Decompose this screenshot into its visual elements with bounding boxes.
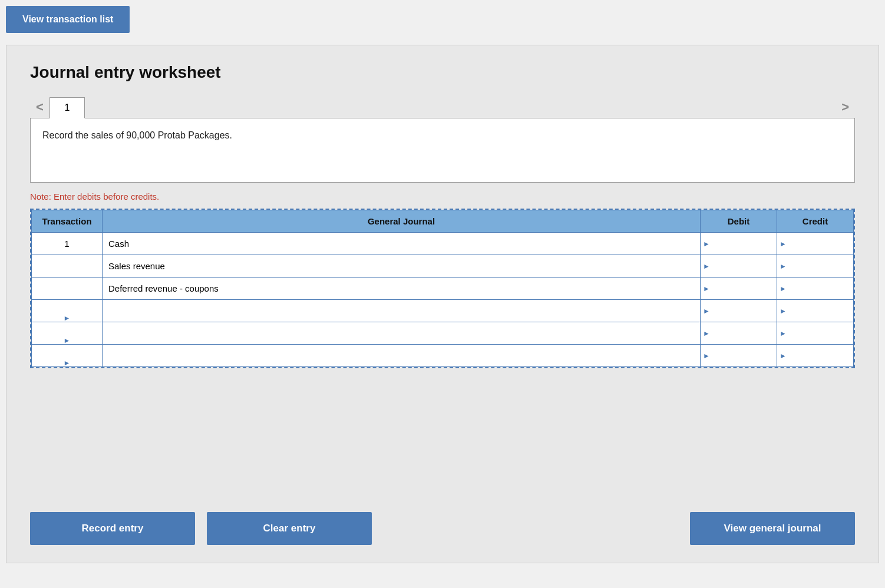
tab-1[interactable]: 1 [49,97,85,118]
debit-input[interactable] [706,306,771,316]
debit-input[interactable] [706,351,771,361]
credit-cell[interactable]: ► [777,255,854,278]
description-text: Record the sales of 90,000 Protab Packag… [42,130,232,140]
journal-table: Transaction General Journal Debit Credit… [31,210,854,367]
debit-arrow: ► [703,240,710,248]
debit-cell[interactable]: ► [701,300,777,322]
credit-arrow: ► [780,352,787,360]
table-row: 1 ► ► [32,233,854,255]
debit-arrow: ► [703,352,710,360]
debit-arrow: ► [703,307,710,315]
debit-input[interactable] [706,239,771,249]
view-general-journal-button[interactable]: View general journal [690,512,855,545]
transaction-cell[interactable]: ► [32,322,103,345]
debit-cell[interactable]: ► [701,322,777,345]
general-journal-cell[interactable] [103,233,701,255]
record-entry-button[interactable]: Record entry [30,512,195,545]
journal-table-wrapper: Transaction General Journal Debit Credit… [30,209,855,368]
general-journal-cell[interactable] [103,322,701,345]
debit-arrow: ► [703,329,710,338]
next-tab-button[interactable]: > [836,97,855,118]
credit-cell[interactable]: ► [777,345,854,367]
debit-arrow: ► [703,262,710,270]
page-title: Journal entry worksheet [30,63,855,82]
general-journal-input[interactable] [108,306,694,316]
credit-arrow: ► [780,262,787,270]
table-row: ► ► ► [32,322,854,345]
note-text: Note: Enter debits before credits. [30,191,855,201]
credit-input[interactable] [783,239,847,249]
general-journal-input[interactable] [108,239,694,249]
view-transaction-button[interactable]: View transaction list [6,6,130,33]
credit-cell[interactable]: ► [777,233,854,255]
debit-input[interactable] [706,261,771,271]
general-journal-input[interactable] [108,351,694,361]
credit-input[interactable] [783,306,847,316]
col-header-general-journal: General Journal [103,210,701,233]
col-header-credit: Credit [777,210,854,233]
debit-cell[interactable]: ► [701,345,777,367]
transaction-cell [32,255,103,278]
general-journal-input[interactable] [108,328,694,338]
col-header-transaction: Transaction [32,210,103,233]
credit-input[interactable] [783,351,847,361]
table-row: ► ► ► [32,345,854,367]
debit-cell[interactable]: ► [701,278,777,300]
credit-input[interactable] [783,261,847,271]
debit-cell[interactable]: ► [701,233,777,255]
general-journal-cell[interactable] [103,345,701,367]
col-header-debit: Debit [701,210,777,233]
general-journal-input[interactable] [108,283,694,293]
transaction-cell[interactable]: ► [32,300,103,322]
description-box: Record the sales of 90,000 Protab Packag… [30,118,855,183]
credit-cell[interactable]: ► [777,322,854,345]
debit-input[interactable] [706,283,771,293]
transaction-arrow: ► [64,314,71,322]
transaction-cell: 1 [32,233,103,255]
tab-navigation: < 1 > [30,97,855,118]
main-container: Journal entry worksheet < 1 > Record the… [6,45,879,563]
prev-tab-button[interactable]: < [30,97,49,118]
clear-entry-button[interactable]: Clear entry [207,512,372,545]
general-journal-cell[interactable] [103,255,701,278]
transaction-cell[interactable]: ► [32,345,103,367]
bottom-buttons: Record entry Clear entry View general jo… [30,512,855,545]
general-journal-input[interactable] [108,261,694,271]
table-row: ► ► [32,278,854,300]
transaction-cell [32,278,103,300]
credit-arrow: ► [780,240,787,248]
credit-cell[interactable]: ► [777,300,854,322]
general-journal-cell[interactable] [103,278,701,300]
debit-cell[interactable]: ► [701,255,777,278]
table-row: ► ► [32,255,854,278]
credit-input[interactable] [783,283,847,293]
debit-input[interactable] [706,328,771,338]
transaction-arrow: ► [64,336,71,345]
debit-arrow: ► [703,285,710,293]
table-row: ► ► ► [32,300,854,322]
credit-cell[interactable]: ► [777,278,854,300]
credit-arrow: ► [780,329,787,338]
credit-arrow: ► [780,285,787,293]
transaction-arrow: ► [64,359,71,367]
credit-input[interactable] [783,328,847,338]
general-journal-cell[interactable] [103,300,701,322]
credit-arrow: ► [780,307,787,315]
